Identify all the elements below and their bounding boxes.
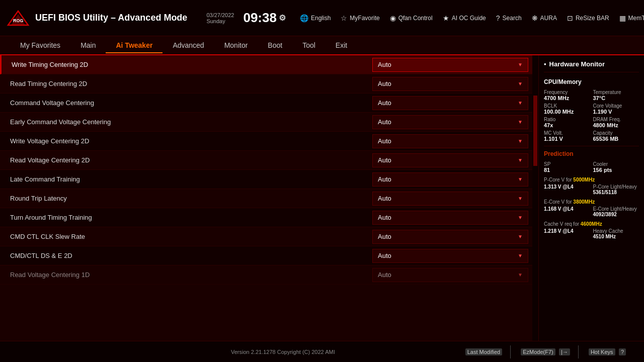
dropdown-arrow-icon: ▼: [518, 196, 523, 201]
dropdown[interactable]: Auto ▼: [372, 192, 528, 206]
header-nav: 🌐 English ☆ MyFavorite ◉ Qfan Control ★ …: [296, 12, 644, 24]
setting-value[interactable]: Auto ▼: [372, 268, 528, 282]
nav-memtest[interactable]: ▦ MemTest86: [615, 12, 644, 24]
dropdown-arrow-icon: ▼: [518, 119, 523, 125]
dropdown[interactable]: Auto ▼: [372, 58, 528, 72]
dropdown[interactable]: Auto ▼: [372, 211, 528, 225]
settings-row[interactable]: CMD CTL CLK Slew Rate Auto ▼: [0, 227, 538, 246]
tab-aitweaker[interactable]: Ai Tweaker: [106, 38, 163, 52]
gear-icon[interactable]: ⚙: [279, 13, 286, 23]
tab-exit[interactable]: Exit: [326, 38, 357, 52]
setting-value[interactable]: Auto ▼: [372, 153, 528, 167]
ratio-cell: Ratio 47x: [544, 117, 590, 128]
dropdown[interactable]: Auto ▼: [372, 230, 528, 244]
setting-value[interactable]: Auto ▼: [372, 192, 528, 206]
dropdown[interactable]: Auto ▼: [372, 77, 528, 91]
nav-resizebar[interactable]: ⊡ ReSize BAR: [563, 12, 613, 24]
globe-icon: 🌐: [300, 14, 308, 22]
dropdown[interactable]: Auto ▼: [372, 115, 528, 129]
hotkeys-button[interactable]: Hot Keys ?: [578, 345, 634, 358]
footer-version: Version 2.21.1278 Copyright (C) 2022 AMI: [111, 349, 455, 355]
header-datetime: 03/27/2022 Sunday: [206, 12, 234, 24]
tab-boot[interactable]: Boot: [258, 38, 292, 52]
cache-v-row: Cache V req for 4600MHz: [544, 221, 639, 227]
setting-value[interactable]: Auto ▼: [372, 172, 528, 187]
dropdown[interactable]: Auto ▼: [372, 172, 528, 187]
scrollbar-track[interactable]: [532, 55, 538, 341]
dropdown[interactable]: Auto ▼: [372, 249, 528, 263]
settings-row[interactable]: Turn Around Timing Training Auto ▼: [0, 208, 538, 227]
settings-row[interactable]: Write Timing Centering 2D Auto ▼: [0, 55, 538, 74]
setting-label: Command Voltage Centering: [10, 99, 372, 107]
header-date: 03/27/2022 Sunday: [206, 12, 234, 24]
settings-row[interactable]: Early Command Voltage Centering Auto ▼: [0, 113, 538, 132]
nav-qfan[interactable]: ◉ Qfan Control: [386, 12, 437, 24]
tab-advanced[interactable]: Advanced: [163, 38, 214, 52]
settings-panel: Write Timing Centering 2D Auto ▼ Read Ti…: [0, 55, 538, 341]
core-voltage-cell: Core Voltage 1.190 V: [593, 103, 639, 115]
header-title: UEFI BIOS Utility – Advanced Mode: [35, 13, 187, 23]
star-icon: ☆: [341, 14, 347, 22]
settings-row[interactable]: CMD/CTL DS & E 2D Auto ▼: [0, 246, 538, 265]
dropdown-arrow-icon: ▼: [518, 215, 523, 220]
p-core-v-row: P-Core V for 5000MHz: [544, 177, 639, 183]
scrollbar-thumb[interactable]: [533, 96, 537, 166]
settings-row[interactable]: Round Trip Latency Auto ▼: [0, 189, 538, 208]
main-nav: My Favorites Main Ai Tweaker Advanced Mo…: [0, 36, 644, 55]
nav-english[interactable]: 🌐 English: [296, 12, 335, 24]
dropdown[interactable]: Auto ▼: [372, 153, 528, 167]
tab-tool[interactable]: Tool: [292, 38, 326, 52]
setting-value[interactable]: Auto ▼: [372, 96, 528, 110]
header: ROG UEFI BIOS Utility – Advanced Mode 03…: [0, 0, 644, 36]
setting-label: Early Command Voltage Centering: [10, 118, 372, 126]
tab-main[interactable]: Main: [70, 38, 106, 52]
dropdown[interactable]: Auto ▼: [372, 96, 528, 110]
nav-search[interactable]: ? Search: [492, 12, 526, 24]
setting-value[interactable]: Auto ▼: [372, 211, 528, 225]
footer-actions: Last Modified EzMode(F7) |→ Hot Keys ?: [455, 345, 634, 358]
settings-row[interactable]: Read Timing Centering 2D Auto ▼: [0, 74, 538, 94]
dropdown[interactable]: Auto ▼: [372, 134, 528, 148]
dropdown-arrow-icon: ▼: [518, 234, 523, 239]
nav-aura[interactable]: ❋ AURA: [528, 12, 561, 24]
settings-row[interactable]: Command Voltage Centering Auto ▼: [0, 94, 538, 113]
nav-aioc[interactable]: ★ AI OC Guide: [439, 12, 490, 24]
prediction-grid: SP 81 Cooler 156 pts: [544, 161, 639, 173]
dropdown[interactable]: Auto ▼: [372, 268, 528, 282]
cooler-cell: Cooler 156 pts: [593, 161, 639, 173]
header-time: 09:38 ⚙: [243, 10, 286, 26]
settings-row[interactable]: Read Voltage Centering 2D Auto ▼: [0, 151, 538, 170]
settings-row[interactable]: Read Voltage Centering 1D Auto ▼: [0, 265, 538, 285]
p-core-details: 1.313 V @L4 P-Core Light/Heavy 5361/5118: [544, 184, 639, 195]
tab-favorites[interactable]: My Favorites: [10, 38, 70, 52]
settings-row[interactable]: Write Voltage Centering 2D Auto ▼: [0, 132, 538, 151]
ai-icon: ★: [443, 14, 449, 22]
sp-cell: SP 81: [544, 161, 590, 173]
hw-stats-grid: Frequency 4700 MHz Temperature 37°C BCLK…: [544, 89, 639, 142]
dropdown-arrow-icon: ▼: [518, 253, 523, 258]
hw-divider: [544, 146, 639, 146]
setting-value[interactable]: Auto ▼: [372, 249, 528, 263]
tab-monitor[interactable]: Monitor: [214, 38, 258, 52]
setting-value[interactable]: Auto ▼: [372, 58, 528, 72]
hotkeys-key: ?: [619, 348, 626, 355]
settings-panel-inner: Write Timing Centering 2D Auto ▼ Read Ti…: [0, 55, 538, 341]
dropdown-arrow-icon: ▼: [518, 176, 523, 182]
last-modified-button[interactable]: Last Modified: [455, 345, 510, 358]
e-core-details: 1.168 V @L4 E-Core Light/Heavy 4092/3892: [544, 206, 639, 217]
setting-value[interactable]: Auto ▼: [372, 230, 528, 244]
ezmode-button[interactable]: EzMode(F7) |→: [510, 345, 578, 358]
logo-area: ROG UEFI BIOS Utility – Advanced Mode: [6, 9, 187, 27]
setting-label: CMD/CTL DS & E 2D: [10, 252, 372, 259]
resize-icon: ⊡: [567, 14, 573, 22]
settings-row[interactable]: Late Command Training Auto ▼: [0, 170, 538, 189]
setting-label: Late Command Training: [10, 175, 372, 183]
footer: Version 2.21.1278 Copyright (C) 2022 AMI…: [0, 341, 644, 362]
nav-myfavorite[interactable]: ☆ MyFavorite: [337, 12, 383, 24]
setting-value[interactable]: Auto ▼: [372, 115, 528, 129]
setting-value[interactable]: Auto ▼: [372, 134, 528, 148]
setting-value[interactable]: Auto ▼: [372, 77, 528, 91]
setting-label: CMD CTL CLK Slew Rate: [10, 233, 372, 240]
setting-label: Write Timing Centering 2D: [12, 61, 372, 68]
dropdown-arrow-icon: ▼: [518, 272, 523, 278]
